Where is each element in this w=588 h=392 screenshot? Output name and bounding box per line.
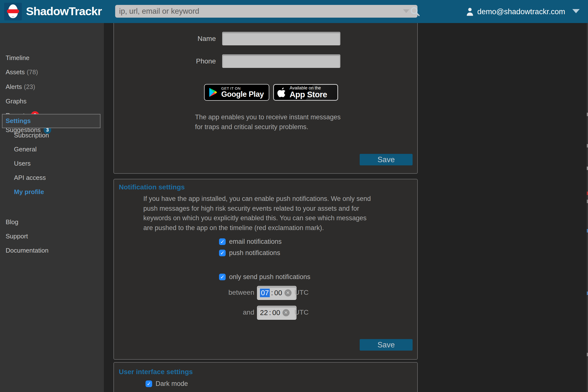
name-input[interactable] [222,32,340,45]
sidebar-item-users[interactable]: Users [14,160,30,167]
sidebar-item-assets[interactable]: Assets(78) [6,68,38,76]
notification-description: If you have the app installed, you can e… [143,194,371,233]
right-edge-divider [587,23,588,392]
sidebar-item-alerts[interactable]: Alerts(23) [6,83,35,91]
search-icon[interactable] [410,6,420,17]
account-menu[interactable]: demo@shadowtrackr.com [466,6,565,17]
clipped-text-fragment [587,192,588,195]
phone-input[interactable] [222,54,340,68]
utc-label: UTC [294,308,309,316]
time-to-hour[interactable]: 22 [260,309,268,317]
app-store-name: App Store [290,90,327,99]
only-send-push-label: only send push notifications [229,274,310,280]
clipped-text-fragment [587,229,588,232]
search-dropdown-caret-icon[interactable] [403,9,410,13]
sidebar-item-label: API access [14,174,46,181]
google-play-name: Google Play [221,90,264,98]
sidebar-item-blog[interactable]: Blog [6,218,18,226]
sidebar-item-graphs[interactable]: Graphs [6,97,26,105]
clear-time-icon[interactable]: ✕ [282,309,290,316]
account-dropdown-caret-icon[interactable] [572,9,580,13]
notification-description-line: are pushed to the app on the timeline (r… [143,223,371,233]
google-play-icon [208,87,218,98]
time-separator: : [269,309,271,317]
notification-description-line: keywords on which you explicitly enabled… [143,214,371,223]
sidebar-item-label: Timeline [6,54,30,62]
app-store-badge[interactable]: Available on the App Store [273,84,338,101]
sidebar-item-label: Assets [6,68,25,76]
sidebar: Timeline Assets(78) Alerts(23) Graphs Re… [0,23,104,392]
push-notifications-checkbox-row[interactable]: ✓ push notifications [219,250,280,256]
ui-settings-title: User interface settings [119,368,193,376]
assets-count: (78) [27,68,38,76]
notification-description-line: If you have the app installed, you can e… [143,194,371,204]
time-to-input[interactable]: 22 : 00 ✕ [257,306,296,320]
app-description-line: for traps and critical security problems… [195,122,340,132]
clipped-text-fragment [587,144,588,148]
and-label: and [205,308,254,316]
dark-mode-checkbox-row[interactable]: ✓ Dark mode [146,380,188,387]
clipped-text-fragment [587,113,588,116]
sidebar-item-settings[interactable]: Settings [2,114,100,128]
main-content: Name Phone GET IT ON Google Play Availab… [104,23,588,392]
sidebar-item-label: Subscription [14,132,49,139]
sidebar-item-documentation[interactable]: Documentation [6,246,48,254]
utc-label: UTC [294,288,309,296]
sidebar-item-timeline[interactable]: Timeline [6,54,30,62]
only-send-push-checkbox-row[interactable]: ✓ only send push notifications [219,274,310,280]
brand-title[interactable]: ShadowTrackr [26,4,102,18]
clipped-text-fragment [587,200,588,203]
sidebar-item-label: Documentation [6,247,48,254]
sidebar-item-api-access[interactable]: API access [14,174,46,182]
email-notifications-label: email notifications [229,238,282,245]
email-notifications-checkbox-row[interactable]: ✓ email notifications [219,238,282,245]
profile-panel: Name Phone GET IT ON Google Play Availab… [114,23,418,174]
sidebar-item-subscription[interactable]: Subscription [14,131,49,139]
time-from-minute[interactable]: 00 [274,289,282,297]
sidebar-item-label: Users [14,160,30,167]
sidebar-item-label: General [14,146,37,153]
google-play-badge[interactable]: GET IT ON Google Play [204,84,269,101]
notification-settings-title: Notification settings [119,183,185,191]
notification-save-button[interactable]: Save [360,339,412,350]
clipped-text-fragment [587,166,588,170]
sidebar-item-label: Settings [6,117,31,125]
person-icon [466,7,474,17]
sidebar-item-label: Graphs [6,98,26,105]
sidebar-item-my-profile[interactable]: My profile [14,188,44,196]
between-label: between [205,288,254,296]
sidebar-item-label: My profile [14,188,44,196]
checkbox-checked-icon[interactable]: ✓ [219,250,226,256]
push-notifications-label: push notifications [229,250,280,256]
sidebar-item-label: Support [6,232,28,240]
time-from-hour[interactable]: 07 [260,288,270,297]
sidebar-item-label: Alerts [6,83,22,90]
sidebar-item-general[interactable]: General [14,145,37,153]
clear-time-icon[interactable]: ✕ [284,289,292,296]
phone-label: Phone [163,58,216,65]
checkbox-checked-icon[interactable]: ✓ [146,380,152,387]
shadowtrackr-logo-icon[interactable] [4,3,22,20]
sidebar-item-support[interactable]: Support [6,232,28,240]
top-bar: ShadowTrackr demo@shadowtrackr.com [0,0,588,23]
checkbox-checked-icon[interactable]: ✓ [219,274,226,280]
clipped-text-fragment [587,292,588,295]
account-email: demo@shadowtrackr.com [477,7,565,16]
sidebar-item-label: Blog [6,218,18,226]
time-separator: : [271,289,273,297]
app-description-line: The app enables you to receive instant m… [195,112,340,122]
name-label: Name [163,35,216,42]
alerts-count: (23) [24,83,35,90]
clipped-text-fragment [587,353,588,356]
profile-save-button[interactable]: Save [360,154,412,166]
dark-mode-label: Dark mode [156,380,188,387]
helmet-mouth [12,16,14,17]
search-input[interactable] [115,5,418,18]
app-description: The app enables you to receive instant m… [195,112,340,132]
time-to-minute[interactable]: 00 [272,309,280,317]
helmet-visor [7,9,19,13]
notification-settings-panel: Notification settings If you have the ap… [114,179,418,360]
time-from-input[interactable]: 07 : 00 ✕ [257,286,296,300]
notification-description-line: push messages for high risk security eve… [143,204,371,214]
checkbox-checked-icon[interactable]: ✓ [219,238,226,245]
